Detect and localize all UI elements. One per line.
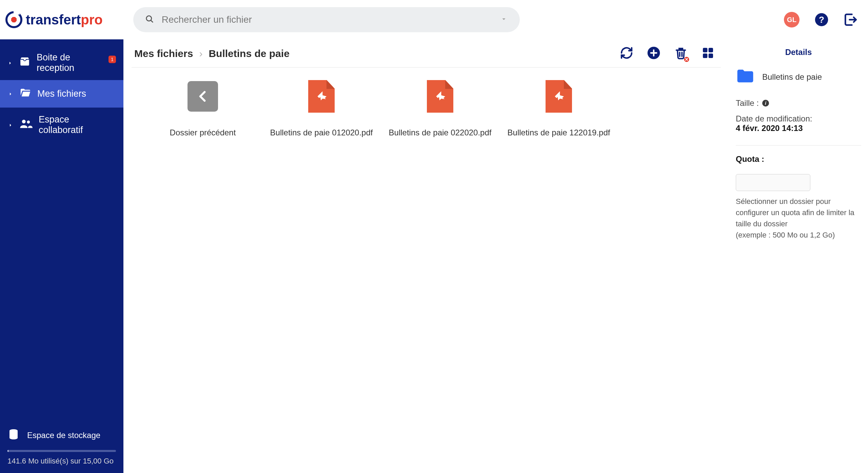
storage-section: Espace de stockage 141.6 Mo utilisé(s) s… <box>0 419 123 473</box>
chevron-down-icon[interactable] <box>500 15 508 24</box>
file-tile[interactable]: Bulletins de paie 022020.pdf <box>382 81 498 137</box>
details-panel: Details Bulletins de paie Taille : i Dat… <box>729 39 868 473</box>
breadcrumb-row: Mes fichiers › Bulletins de paie <box>132 39 721 68</box>
sidebar-item-inbox[interactable]: Boite de reception 1 <box>0 45 123 80</box>
breadcrumb: Mes fichiers › Bulletins de paie <box>134 48 290 59</box>
details-size-label: Taille : <box>736 98 759 108</box>
info-icon[interactable]: i <box>762 100 769 107</box>
inbox-icon <box>19 56 31 70</box>
details-modified-row: Date de modification: 4 févr. 2020 14:13 <box>736 114 861 133</box>
brand-text-2: pro <box>81 12 102 27</box>
quota-example-text: (exemple : 500 Mo ou 1,2 Go) <box>736 229 861 241</box>
sidebar-item-label: Boite de reception <box>37 52 101 73</box>
trash-button[interactable] <box>674 46 688 61</box>
details-folder-name: Bulletins de paie <box>762 72 822 82</box>
svg-rect-11 <box>703 54 707 58</box>
details-title: Details <box>736 48 861 57</box>
brand-mark-icon <box>5 11 22 28</box>
sidebar-item-label: Espace collaboratif <box>39 114 116 135</box>
folder-icon <box>736 68 755 86</box>
avatar-initials: GL <box>787 16 796 24</box>
refresh-button[interactable] <box>620 46 633 61</box>
details-separator <box>736 145 861 146</box>
database-icon <box>7 428 20 442</box>
sidebar-item-collaborative[interactable]: Espace collaboratif <box>0 108 123 142</box>
quota-help-text: Sélectionner un dossier pour configurer … <box>736 196 861 229</box>
add-button[interactable] <box>647 46 660 61</box>
grid-view-button[interactable] <box>701 46 715 61</box>
topbar-actions: GL ? <box>784 12 858 27</box>
storage-link[interactable]: Espace de stockage <box>7 423 116 448</box>
details-modified-value: 4 févr. 2020 14:13 <box>736 124 861 133</box>
storage-label: Espace de stockage <box>27 431 100 440</box>
sidebar-item-label: Mes fichiers <box>37 89 86 99</box>
details-quota-label: Quota : <box>736 154 764 164</box>
sidebar: Boite de reception 1 Mes fichiers <box>0 39 123 473</box>
logout-button[interactable] <box>844 13 858 27</box>
storage-progress <box>7 450 116 452</box>
svg-line-1 <box>151 20 153 22</box>
avatar[interactable]: GL <box>784 12 800 27</box>
storage-usage-text: 141.6 Mo utilisé(s) sur 15,00 Go <box>7 457 116 466</box>
svg-point-4 <box>22 119 26 123</box>
details-modified-label: Date de modification: <box>736 114 861 124</box>
tile-label: Bulletins de paie 012020.pdf <box>270 128 373 137</box>
details-size-row: Taille : i <box>736 98 861 108</box>
back-icon <box>188 81 218 112</box>
search-bar[interactable] <box>133 7 520 32</box>
search-input[interactable] <box>162 14 508 25</box>
details-quota-row: Quota : <box>736 154 861 164</box>
file-tile[interactable]: Bulletins de paie 012020.pdf <box>264 81 379 137</box>
chevron-right-icon <box>7 58 13 68</box>
help-button[interactable]: ? <box>814 13 829 27</box>
content-toolbar <box>620 46 718 61</box>
inbox-badge: 1 <box>108 56 116 63</box>
pdf-icon <box>544 81 574 112</box>
files-grid: Dossier précédent Bulletins de paie 0120… <box>132 68 721 137</box>
topbar: transfertpro GL ? <box>0 0 868 39</box>
pdf-icon <box>306 81 337 112</box>
quota-input[interactable] <box>736 174 810 191</box>
svg-text:?: ? <box>819 15 824 25</box>
tile-label: Bulletins de paie 022020.pdf <box>389 128 492 137</box>
brand-text-1: transfert <box>26 12 81 27</box>
brand-logo[interactable]: transfertpro <box>3 11 103 28</box>
breadcrumb-current: Bulletins de paie <box>209 48 289 59</box>
chevron-right-icon <box>7 89 14 99</box>
brand-text: transfertpro <box>26 12 103 27</box>
content-area: Mes fichiers › Bulletins de paie <box>123 39 729 473</box>
tile-label: Dossier précédent <box>170 128 236 137</box>
search-icon <box>145 14 154 25</box>
back-folder-tile[interactable]: Dossier précédent <box>145 81 260 137</box>
svg-rect-10 <box>709 48 713 52</box>
breadcrumb-separator-icon: › <box>199 48 202 59</box>
svg-point-5 <box>27 120 30 124</box>
chevron-right-icon <box>7 120 14 130</box>
pdf-icon <box>425 81 455 112</box>
tile-label: Bulletins de paie 122019.pdf <box>508 128 610 137</box>
details-folder: Bulletins de paie <box>736 68 861 86</box>
users-icon <box>20 118 33 132</box>
svg-rect-12 <box>709 54 713 58</box>
folder-open-icon <box>20 87 31 101</box>
breadcrumb-root[interactable]: Mes fichiers <box>134 48 193 59</box>
svg-rect-9 <box>703 48 707 52</box>
file-tile[interactable]: Bulletins de paie 122019.pdf <box>501 81 616 137</box>
sidebar-item-my-files[interactable]: Mes fichiers <box>0 80 123 108</box>
